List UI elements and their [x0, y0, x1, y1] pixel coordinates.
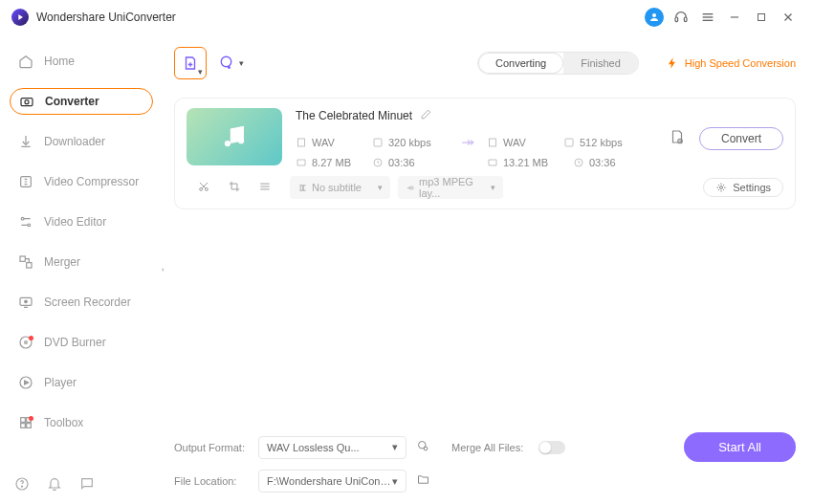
sidebar-item-merger[interactable]: Merger [10, 249, 153, 275]
bitrate-icon [372, 137, 385, 149]
sidebar-item-compressor[interactable]: Video Compressor [10, 168, 153, 195]
high-speed-label: High Speed Conversion [685, 57, 796, 69]
sidebar-item-label: Converter [45, 95, 99, 108]
sidebar-item-label: Home [44, 55, 75, 68]
output-format-icon[interactable] [669, 128, 686, 148]
tab-converting[interactable]: Converting [478, 53, 563, 74]
sidebar: Home Converter Downloader Video Compress… [0, 34, 163, 504]
sidebar-item-toolbox[interactable]: Toolbox [10, 409, 153, 436]
add-file-button[interactable]: ▾ [174, 47, 207, 79]
home-icon [17, 53, 34, 70]
start-all-label: Start All [718, 440, 761, 454]
svg-point-0 [652, 13, 656, 17]
merge-toggle[interactable] [538, 441, 565, 454]
dst-bitrate: 512 kbps [580, 137, 623, 148]
tab-finished[interactable]: Finished [563, 53, 638, 74]
subtitle-dropdown[interactable]: No subtitle ▾ [290, 176, 390, 199]
sidebar-item-converter[interactable]: Converter [10, 88, 153, 115]
file-settings-button[interactable]: Settings [703, 178, 783, 197]
svg-point-38 [200, 187, 203, 190]
svg-rect-2 [684, 17, 687, 22]
sidebar-item-player[interactable]: Player [10, 369, 153, 396]
app-title: Wondershare UniConverter [36, 11, 176, 24]
crop-icon[interactable] [228, 180, 241, 196]
edit-title-icon[interactable] [420, 108, 432, 123]
size-icon [487, 156, 499, 168]
svg-point-20 [25, 341, 28, 344]
svg-point-43 [720, 186, 723, 189]
file-thumbnail[interactable] [187, 108, 282, 165]
trim-icon[interactable] [197, 180, 210, 196]
sidebar-item-downloader[interactable]: Downloader [10, 128, 153, 155]
sidebar-item-label: Downloader [44, 135, 105, 148]
sidebar-item-label: Video Compressor [44, 175, 139, 188]
add-url-button[interactable]: ▾ [218, 50, 245, 77]
sidebar-item-label: Merger [44, 255, 80, 269]
svg-point-29 [225, 141, 231, 146]
sidebar-item-dvd[interactable]: DVD Burner [10, 329, 153, 356]
svg-rect-22 [21, 418, 26, 423]
titlebar: Wondershare UniConverter [0, 0, 813, 34]
svg-rect-10 [21, 99, 33, 106]
start-all-button[interactable]: Start All [684, 432, 796, 462]
minimize-button[interactable] [721, 4, 748, 31]
size-icon [296, 156, 308, 168]
file-location-value: F:\Wondershare UniConverter [267, 475, 392, 487]
svg-rect-31 [298, 139, 305, 146]
svg-point-11 [25, 100, 29, 104]
recorder-icon [17, 294, 34, 311]
footer: Output Format: WAV Lossless Qu... ▾ Merg… [174, 425, 796, 493]
arrow-icon [449, 133, 487, 152]
convert-button[interactable]: Convert [699, 127, 783, 150]
player-icon [17, 374, 34, 391]
effects-icon[interactable] [258, 180, 272, 196]
sidebar-item-editor[interactable]: Video Editor [10, 208, 153, 235]
collapse-sidebar-handle[interactable] [157, 251, 168, 289]
high-speed-conversion-link[interactable]: High Speed Conversion [666, 56, 796, 70]
output-format-label: Output Format: [174, 442, 249, 453]
svg-rect-24 [21, 424, 26, 428]
audiotrack-dropdown[interactable]: mp3 MPEG lay... ▾ [398, 176, 503, 199]
convert-label: Convert [721, 132, 761, 145]
notification-icon[interactable] [47, 476, 62, 494]
svg-rect-16 [27, 263, 32, 268]
file-location-dropdown[interactable]: F:\Wondershare UniConverter ▾ [258, 470, 406, 493]
svg-rect-15 [20, 256, 25, 261]
browse-folder-icon[interactable] [416, 472, 430, 490]
feedback-icon[interactable] [79, 476, 95, 494]
help-icon[interactable] [14, 476, 30, 494]
merge-label: Merge All Files: [451, 442, 523, 453]
close-button[interactable] [775, 4, 802, 31]
maximize-button[interactable] [748, 4, 775, 31]
output-settings-icon[interactable] [416, 439, 430, 456]
main-panel: ▾ ▾ Converting Finished High Speed Conve… [163, 34, 813, 504]
subtitle-value: No subtitle [312, 182, 362, 193]
sidebar-item-label: Toolbox [44, 416, 83, 429]
svg-rect-7 [758, 14, 765, 21]
svg-point-28 [221, 56, 231, 67]
notification-dot-icon [29, 416, 33, 421]
downloader-icon [17, 133, 34, 150]
menu-icon[interactable] [694, 4, 721, 31]
sidebar-item-recorder[interactable]: Screen Recorder [10, 289, 153, 316]
svg-rect-32 [374, 139, 382, 146]
output-format-dropdown[interactable]: WAV Lossless Qu... ▾ [258, 436, 406, 459]
app-logo-icon [11, 9, 29, 26]
format-icon [487, 137, 499, 149]
merger-icon [17, 253, 34, 271]
duration-icon [573, 156, 585, 168]
converter-icon [18, 93, 35, 110]
src-duration: 03:36 [388, 157, 415, 168]
svg-rect-33 [490, 139, 496, 146]
user-avatar[interactable] [641, 4, 668, 31]
sidebar-item-home[interactable]: Home [10, 48, 153, 75]
tab-label: Finished [581, 57, 621, 69]
svg-rect-1 [675, 17, 678, 22]
sidebar-item-label: DVD Burner [44, 336, 106, 349]
svg-point-45 [424, 447, 428, 450]
sidebar-item-label: Player [44, 376, 77, 389]
support-icon[interactable] [668, 4, 694, 31]
status-tabs: Converting Finished [477, 52, 639, 75]
svg-point-39 [205, 187, 208, 190]
format-icon [296, 137, 308, 149]
